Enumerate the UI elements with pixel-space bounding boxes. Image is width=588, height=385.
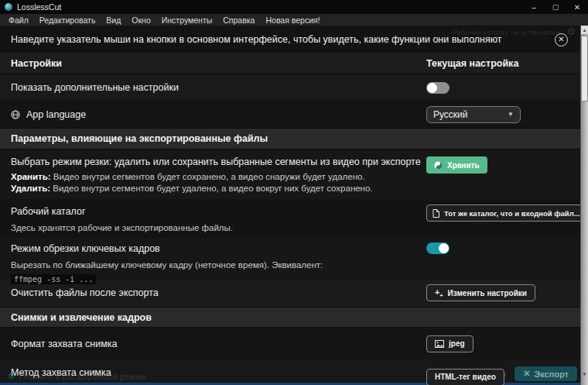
menu-edit[interactable]: Редактировать [34, 14, 101, 26]
row-cut-mode: Выбрать режим резки: удалить или сохрани… [0, 150, 588, 199]
maximize-button[interactable]: ▢ [545, 0, 566, 14]
col-settings: Настройки [0, 58, 426, 69]
cut-mode-label: Выбрать режим резки: удалить или сохрани… [11, 156, 426, 168]
menu-new-version[interactable]: Новая версия! [260, 14, 325, 26]
advanced-mode-link: ⚙ Перейти в расширенный режим [8, 371, 145, 381]
capture-format-button[interactable]: jpeg [426, 335, 473, 352]
cleanup-files-label: Очистить файлы после экспорта [0, 287, 426, 299]
plus-icon: ++ [435, 288, 443, 298]
title-bar: LosslessCut – ▢ ✕ [0, 0, 588, 14]
capture-method-button-label: HTML-тег видео [435, 373, 496, 381]
keyframe-cut-code: ffmpeg -ss -i ... [11, 274, 96, 284]
capture-method-button[interactable]: HTML-тег видео [426, 369, 504, 385]
scroll-up-icon[interactable]: ▲ [581, 26, 588, 35]
toggle-knob [439, 243, 449, 253]
globe-icon [11, 110, 20, 119]
hint-banner-text: Наведите указатель мыши на кнопки в осно… [11, 34, 502, 45]
close-button[interactable]: ✕ [566, 0, 588, 14]
app-window: LosslessCut – ▢ ✕ Файл Редактировать Вид… [0, 0, 588, 385]
app-logo-icon [5, 3, 12, 11]
toggle-knob [427, 83, 437, 93]
app-language-label: App language [26, 108, 86, 121]
export-button: ✕ Экспорт [514, 366, 577, 381]
menu-file[interactable]: Файл [3, 14, 34, 26]
window-controls: – ▢ ✕ [523, 0, 588, 14]
row-capture-format: Формат захвата снимка jpeg [0, 328, 588, 359]
capture-format-label: Формат захвата снимка [0, 338, 426, 350]
row-app-language: App language Русский ▼ [0, 101, 588, 128]
keyframe-cut-desc: Вырезать по ближайшему ключевому кадру (… [11, 260, 426, 271]
working-dir-button-label: Тот же каталог, что и входной файл... [444, 209, 580, 218]
scrollbar-thumb[interactable] [581, 36, 588, 101]
section-snapshots: Снимки и извлечение кадров [0, 307, 588, 328]
cut-mode-keep-desc: Хранить: Видео внутри сегментов будет со… [11, 171, 426, 183]
export-label: Экспорт [534, 370, 569, 379]
keep-mode-button-label: Хранить [447, 161, 480, 170]
show-advanced-label: Показать дополнительные настройки [0, 81, 426, 94]
keep-mode-button[interactable]: Хранить [426, 156, 487, 174]
menu-help[interactable]: Справка [217, 14, 260, 26]
language-select[interactable]: Русский ▼ [426, 106, 521, 123]
menu-bar: Файл Редактировать Вид Окно Инструменты … [0, 14, 588, 26]
scroll-down-icon[interactable]: ▼ [581, 370, 588, 379]
menu-window[interactable]: Окно [126, 14, 156, 26]
cleanup-settings-button-label: Изменить настройки [448, 289, 527, 297]
settings-page: Рабочий каталог не установлен ⚙ ⚙ Перейт… [0, 26, 588, 385]
row-keyframe-cut: Режим обрезки ключевых кадров Вырезать п… [0, 238, 588, 279]
working-dir-button[interactable]: Тот же каталог, что и входной файл... [426, 205, 586, 222]
image-icon [435, 340, 444, 348]
export-zone: ▶ ✕ Экспорт [500, 366, 577, 381]
row-working-dir: Рабочий каталог Здесь хранятся рабочие и… [0, 199, 588, 238]
yin-yang-icon [434, 161, 443, 170]
menu-tools[interactable]: Инструменты [156, 14, 217, 26]
advanced-mode-label: Перейти в расширенный режим [19, 372, 145, 381]
working-dir-desc: Здесь хранятся рабочие и экспортированны… [11, 222, 426, 234]
capture-format-button-label: jpeg [449, 339, 465, 348]
working-dir-label: Рабочий каталог [11, 205, 426, 218]
row-show-advanced: Показать дополнительные настройки [0, 74, 588, 101]
minimize-button[interactable]: – [523, 0, 545, 14]
keyframe-cut-toggle[interactable] [426, 242, 450, 254]
keyframe-cut-label: Режим обрезки ключевых кадров [11, 242, 426, 255]
show-advanced-toggle[interactable] [426, 82, 450, 94]
scrollbar[interactable]: ▲ ▼ [580, 26, 588, 385]
hint-banner: Наведите указатель мыши на кнопки в осно… [0, 26, 588, 53]
menu-view[interactable]: Вид [101, 14, 126, 26]
export-x-icon: ✕ [523, 369, 530, 379]
language-select-value: Русский [433, 109, 468, 120]
file-icon [432, 209, 439, 218]
cleanup-settings-button[interactable]: ++ Изменить настройки [426, 284, 535, 301]
cut-mode-remove-desc: Удалить: Видео внутри сегментов будет уд… [11, 183, 426, 194]
chevron-down-icon: ▼ [508, 111, 514, 118]
section-export-params: Параметры, влияющие на экспортированные … [0, 128, 588, 150]
settings-table-header: Настройки Текущая настройка [0, 53, 588, 74]
window-title: LosslessCut [17, 2, 61, 12]
advanced-mode-icon: ⚙ [8, 371, 15, 381]
col-current-setting: Текущая настройка [426, 58, 588, 69]
banner-close-icon[interactable]: ✕ [555, 33, 568, 46]
